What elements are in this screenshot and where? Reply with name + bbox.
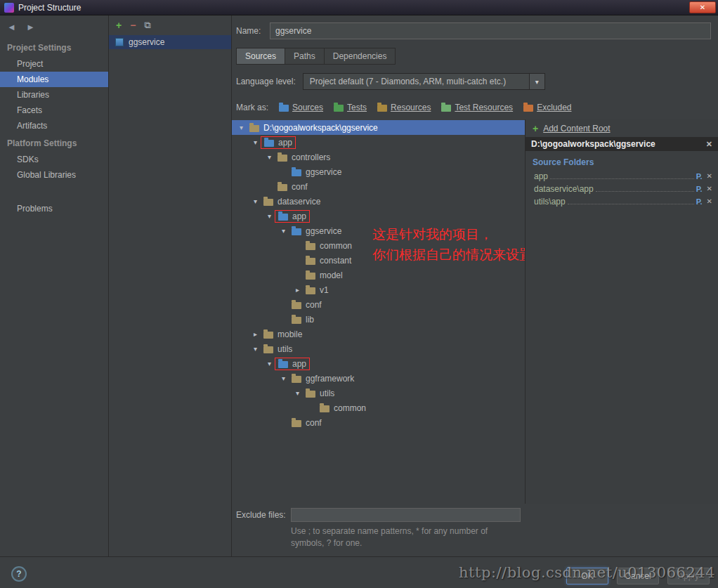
module-name-input[interactable] xyxy=(270,22,711,39)
remove-module-icon[interactable]: − xyxy=(130,20,136,30)
chevron-right-icon[interactable]: ▸ xyxy=(250,330,261,338)
language-level-select[interactable]: Project default (7 - Diamonds, ARM, mult… xyxy=(303,73,545,90)
tree-row[interactable]: lib xyxy=(232,312,525,327)
folder-icon xyxy=(292,228,301,235)
sidebar-item-libraries[interactable]: Libraries xyxy=(0,87,108,103)
source-folder-row[interactable]: dataservice\appP.✕ xyxy=(526,183,718,195)
chevron-down-icon[interactable]: ▾ xyxy=(264,153,275,161)
tree-node-label: conf xyxy=(306,300,322,310)
annotation-line-2: 你们根据自己的情况来设置 xyxy=(372,244,525,265)
add-content-root-label: Add Content Root xyxy=(543,124,610,133)
remove-source-folder-icon[interactable]: ✕ xyxy=(707,184,712,194)
chevron-down-icon[interactable]: ▾ xyxy=(250,345,261,353)
tree-row[interactable]: ggservice xyxy=(232,164,525,179)
mark-as-option-label: Excluded xyxy=(537,103,571,112)
tree-row[interactable]: ▾ggframework xyxy=(232,371,525,386)
mark-as-tests[interactable]: Tests xyxy=(334,103,367,112)
mark-as-option-label: Sources xyxy=(292,103,323,112)
chevron-down-icon[interactable]: ▾ xyxy=(292,389,303,397)
tree-node: lib xyxy=(289,314,317,325)
copy-module-icon[interactable]: ⧉ xyxy=(144,20,150,30)
chevron-down-icon[interactable]: ▾ xyxy=(250,197,261,205)
package-prefix-icon[interactable]: P. xyxy=(696,197,703,207)
folder-icon xyxy=(306,391,315,398)
chevron-right-icon[interactable]: ▸ xyxy=(292,286,303,294)
source-folder-row[interactable]: appP.✕ xyxy=(526,170,718,183)
tree-row[interactable]: ▾D:\gogoalworkspack\ggservice xyxy=(232,120,525,135)
exclude-files-input[interactable] xyxy=(291,508,521,522)
titlebar[interactable]: Project Structure ✕ xyxy=(0,0,718,15)
remove-source-folder-icon[interactable]: ✕ xyxy=(707,197,712,207)
folder-icon xyxy=(278,361,288,368)
chevron-down-icon[interactable]: ▾ xyxy=(264,212,275,220)
tree-row[interactable]: ▾app xyxy=(232,209,525,223)
folder-icon xyxy=(278,155,287,162)
help-button[interactable]: ? xyxy=(11,566,27,582)
add-module-icon[interactable]: + xyxy=(116,20,122,30)
settings-sidebar: ◄ ► Project SettingsProjectModulesLibrar… xyxy=(0,15,109,556)
tree-row[interactable]: common xyxy=(232,400,525,415)
test-resources-folder-icon xyxy=(441,105,451,112)
tab-dependencies[interactable]: Dependencies xyxy=(324,48,396,65)
window-close-button[interactable]: ✕ xyxy=(689,1,716,13)
tree-node: common xyxy=(317,403,369,414)
name-label: Name: xyxy=(236,26,270,36)
module-list-item[interactable]: ggservice xyxy=(109,35,231,49)
sidebar-item-modules[interactable]: Modules xyxy=(0,72,108,87)
tree-row[interactable]: ▾controllers xyxy=(232,150,525,164)
tree-node-label: mobile xyxy=(278,329,302,339)
forward-icon[interactable]: ► xyxy=(26,22,35,32)
tree-row[interactable]: model xyxy=(232,268,525,282)
tree-row[interactable]: ▾utils xyxy=(232,386,525,400)
annotation-line-1: 这是针对我的项目， xyxy=(372,224,525,244)
chevron-down-icon[interactable]: ▾ xyxy=(264,360,275,367)
content-root-header[interactable]: D:\gogoalworkspack\ggservice ✕ xyxy=(526,137,718,151)
sidebar-item-global-libraries[interactable]: Global Libraries xyxy=(0,167,108,183)
mark-as-sources[interactable]: Sources xyxy=(279,103,323,112)
hint-line-1: Use ; to separate name patterns, * for a… xyxy=(291,525,718,537)
tree-node-label: dataservice xyxy=(278,197,320,207)
sidebar-item-project[interactable]: Project xyxy=(0,56,108,72)
tree-row[interactable]: ▸v1 xyxy=(232,282,525,297)
tree-row[interactable]: conf xyxy=(232,297,525,312)
remove-source-folder-icon[interactable]: ✕ xyxy=(707,171,712,181)
chevron-down-icon[interactable]: ▾ xyxy=(236,124,247,131)
chevron-down-icon[interactable]: ▾ xyxy=(278,374,289,382)
folder-icon xyxy=(278,184,287,191)
package-prefix-icon[interactable]: P. xyxy=(696,184,703,194)
folder-icon xyxy=(249,125,259,132)
sidebar-item-sdks[interactable]: SDKs xyxy=(0,152,108,167)
tree-row[interactable]: conf xyxy=(232,415,525,430)
sidebar-item-problems[interactable]: Problems xyxy=(0,201,108,216)
tree-node-label: utils xyxy=(320,388,334,398)
tree-row[interactable]: ▾utils xyxy=(232,341,525,356)
apply-button[interactable]: Apply xyxy=(667,568,710,584)
chevron-down-icon[interactable]: ▾ xyxy=(529,74,544,89)
tree-node-label: common xyxy=(320,241,352,251)
source-folder-row[interactable]: utils\appP.✕ xyxy=(526,195,718,208)
chevron-down-icon[interactable]: ▾ xyxy=(278,227,289,235)
add-content-root-button[interactable]: + Add Content Root xyxy=(526,119,718,137)
tree-row[interactable]: ▾dataservice xyxy=(232,194,525,209)
mark-as-resources[interactable]: Resources xyxy=(377,103,431,112)
sidebar-item-artifacts[interactable]: Artifacts xyxy=(0,118,108,133)
tab-sources[interactable]: Sources xyxy=(236,48,285,65)
exclude-files-label: Exclude files: xyxy=(236,510,291,520)
sidebar-item-facets[interactable]: Facets xyxy=(0,103,108,118)
annotated-tree-node: app xyxy=(261,136,296,149)
sidebar-section-header: Platform Settings xyxy=(0,133,108,152)
mark-as-test-resources[interactable]: Test Resources xyxy=(441,103,513,112)
tests-folder-icon xyxy=(334,105,344,112)
chevron-down-icon[interactable]: ▾ xyxy=(250,138,261,146)
package-prefix-icon[interactable]: P. xyxy=(696,171,703,181)
remove-content-root-icon[interactable]: ✕ xyxy=(706,140,712,149)
ok-button[interactable]: OK xyxy=(566,568,608,584)
back-icon[interactable]: ◄ xyxy=(7,22,16,32)
tree-row[interactable]: ▾app xyxy=(232,135,525,150)
tab-paths[interactable]: Paths xyxy=(285,48,325,65)
cancel-button[interactable]: Cancel xyxy=(617,568,659,584)
tree-row[interactable]: conf xyxy=(232,179,525,194)
mark-as-excluded[interactable]: Excluded xyxy=(523,103,571,112)
tree-row[interactable]: ▾app xyxy=(232,356,525,371)
tree-row[interactable]: ▸mobile xyxy=(232,327,525,341)
